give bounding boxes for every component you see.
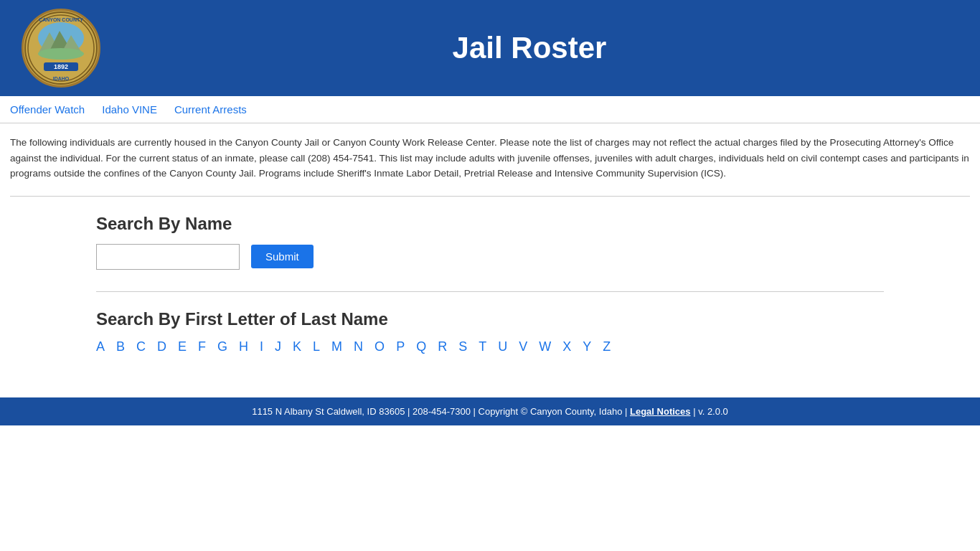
alpha-link-b[interactable]: B xyxy=(116,339,125,354)
svg-text:IDAHO: IDAHO xyxy=(53,76,70,81)
site-footer: 1115 N Albany St Caldwell, ID 83605 | 20… xyxy=(0,397,980,425)
alpha-link-z[interactable]: Z xyxy=(603,339,611,354)
alpha-link-r[interactable]: R xyxy=(438,339,447,354)
nav-current-arrests[interactable]: Current Arrests xyxy=(174,103,247,116)
alpha-link-s[interactable]: S xyxy=(458,339,467,354)
description-text: The following individuals are currently … xyxy=(10,135,970,182)
page-title: Jail Roster xyxy=(453,31,607,65)
alpha-link-n[interactable]: N xyxy=(354,339,363,354)
alpha-link-f[interactable]: F xyxy=(198,339,206,354)
main-content: The following individuals are currently … xyxy=(0,123,980,397)
search-name-input[interactable] xyxy=(96,244,240,270)
alpha-link-l[interactable]: L xyxy=(313,339,320,354)
legal-notices-link[interactable]: Legal Notices xyxy=(630,406,691,417)
header-title-container: Jail Roster xyxy=(100,31,958,65)
search-name-form: Submit xyxy=(96,244,884,270)
alpha-link-a[interactable]: A xyxy=(96,339,105,354)
nav-bar: Offender Watch Idaho VINE Current Arrest… xyxy=(0,96,980,123)
alpha-link-o[interactable]: O xyxy=(374,339,385,354)
site-header: 1892 CANYON COUNTY IDAHO Jail Roster xyxy=(0,0,980,96)
submit-button[interactable]: Submit xyxy=(251,245,314,268)
alpha-link-c[interactable]: C xyxy=(136,339,146,354)
divider-1 xyxy=(10,196,970,197)
alpha-link-v[interactable]: V xyxy=(519,339,527,354)
alpha-link-j[interactable]: J xyxy=(275,339,281,354)
search-letter-title: Search By First Letter of Last Name xyxy=(96,309,884,329)
alpha-link-g[interactable]: G xyxy=(217,339,227,354)
alpha-link-y[interactable]: Y xyxy=(583,339,591,354)
search-name-title: Search By Name xyxy=(96,214,884,234)
footer-text: 1115 N Albany St Caldwell, ID 83605 | 20… xyxy=(252,406,627,417)
alpha-link-x[interactable]: X xyxy=(562,339,571,354)
alpha-link-q[interactable]: Q xyxy=(416,339,426,354)
alpha-link-i[interactable]: I xyxy=(260,339,263,354)
alpha-link-p[interactable]: P xyxy=(396,339,405,354)
svg-point-6 xyxy=(38,48,84,60)
nav-offender-watch[interactable]: Offender Watch xyxy=(10,103,85,116)
site-logo: 1892 CANYON COUNTY IDAHO xyxy=(22,9,100,88)
alpha-link-u[interactable]: U xyxy=(498,339,507,354)
alpha-link-t[interactable]: T xyxy=(479,339,486,354)
svg-text:CANYON COUNTY: CANYON COUNTY xyxy=(39,17,83,22)
svg-text:1892: 1892 xyxy=(54,63,68,70)
alpha-link-k[interactable]: K xyxy=(293,339,301,354)
nav-idaho-vine[interactable]: Idaho VINE xyxy=(102,103,157,116)
seal-svg: 1892 CANYON COUNTY IDAHO xyxy=(24,11,98,85)
footer-version: | v. 2.0.0 xyxy=(693,406,728,417)
search-by-name-section: Search By Name Submit xyxy=(10,214,970,270)
alpha-link-d[interactable]: D xyxy=(157,339,166,354)
divider-2 xyxy=(96,291,884,292)
alpha-link-m[interactable]: M xyxy=(331,339,342,354)
alpha-link-w[interactable]: W xyxy=(539,339,551,354)
alpha-link-e[interactable]: E xyxy=(178,339,187,354)
alpha-link-h[interactable]: H xyxy=(239,339,248,354)
search-by-letter-section: Search By First Letter of Last Name ABCD… xyxy=(10,309,970,354)
alphabet-links: ABCDEFGHIJKLMNOPQRSTUVWXYZ xyxy=(96,339,884,354)
